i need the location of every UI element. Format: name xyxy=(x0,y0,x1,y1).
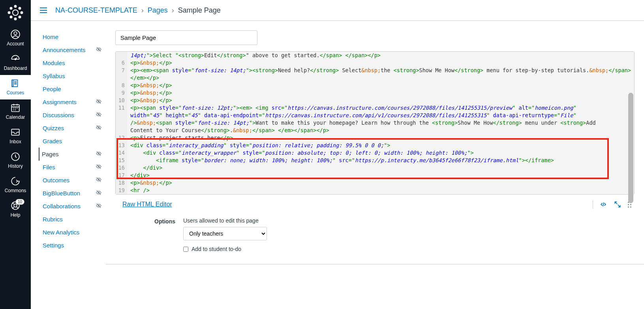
code-text[interactable]: <p>&nbsp;</p> xyxy=(127,97,634,104)
code-line[interactable]: Content to Your Course</strong>.&nbsp;</… xyxy=(116,127,634,134)
svg-point-6 xyxy=(19,7,21,9)
code-line[interactable]: width="45" height="45" data-api-endpoint… xyxy=(116,112,634,119)
history-icon xyxy=(10,152,21,162)
cnav-item-modules[interactable]: Modules xyxy=(40,56,67,69)
line-number: 18 xyxy=(116,179,127,187)
add-todo-checkbox[interactable] xyxy=(183,247,188,252)
topbar: NA-COURSE-TEMPLATE › Pages › Sample Page xyxy=(31,0,644,21)
html-editor[interactable]: 14pt;">Select "<strong>Edit</strong>" ab… xyxy=(115,51,635,195)
code-text[interactable]: <p><span style="font-size: 12pt;"><em> <… xyxy=(127,104,634,112)
line-number: 14 xyxy=(116,149,127,157)
cnav-item-bigbluebutton[interactable]: BigBlueButton xyxy=(40,187,82,200)
line-number: 11 xyxy=(116,104,127,112)
code-view-icon[interactable] xyxy=(599,200,607,208)
line-number: 6 xyxy=(116,59,127,67)
code-text[interactable]: Content to Your Course</strong>.&nbsp;</… xyxy=(127,127,634,134)
code-text[interactable]: <p>&nbsp;</p> xyxy=(127,179,634,187)
code-text[interactable]: />&nbsp;<span style="font-size: 14pt;">W… xyxy=(127,119,634,127)
dashboard-icon xyxy=(10,54,21,64)
code-line[interactable]: />&nbsp;<span style="font-size: 14pt;">W… xyxy=(116,119,634,127)
code-line[interactable]: 7<p><em><span style="font-size: 14pt;"><… xyxy=(116,67,634,82)
cnav-item-quizzes[interactable]: Quizzes xyxy=(40,122,66,135)
nav-label: Courses xyxy=(7,90,24,96)
nav-inbox[interactable]: Inbox xyxy=(0,124,31,148)
nav-label: History xyxy=(8,163,23,169)
cnav-item-discussions[interactable]: Discussions xyxy=(40,109,76,122)
code-text[interactable]: <p>&nbsp;</p> xyxy=(127,59,634,67)
canvas-logo-icon[interactable] xyxy=(8,5,23,21)
code-line[interactable]: 15 <iframe style="border: none; width: 1… xyxy=(116,157,634,164)
cnav-item-outcomes[interactable]: Outcomes xyxy=(40,174,71,187)
cnav-item-people[interactable]: People xyxy=(40,82,63,96)
code-text[interactable]: <div class="interacty_padding" style="po… xyxy=(127,142,634,149)
code-line[interactable]: 12<p>First project starts here</p> xyxy=(116,134,634,142)
cnav-item-new-analytics[interactable]: New Analytics xyxy=(40,226,81,239)
code-line[interactable]: 11<p><span style="font-size: 12pt;"><em>… xyxy=(116,104,634,112)
code-line[interactable]: 14pt;">Select "<strong>Edit</strong>" ab… xyxy=(116,52,634,59)
scrollbar-thumb[interactable] xyxy=(628,93,633,203)
cnav-item-syllabus[interactable]: Syllabus xyxy=(40,69,67,82)
line-number: 17 xyxy=(116,172,127,179)
nav-help[interactable]: 10 Help xyxy=(0,197,31,222)
help-badge: 10 xyxy=(15,199,24,205)
page-title-input[interactable] xyxy=(115,30,257,45)
hamburger-icon[interactable] xyxy=(39,6,48,15)
line-number: 7 xyxy=(116,67,127,82)
nav-history[interactable]: History xyxy=(0,148,31,173)
add-todo-row[interactable]: Add to student to-do xyxy=(183,246,635,252)
code-line[interactable]: 13<div class="interacty_padding" style="… xyxy=(116,142,634,149)
raw-html-editor-link[interactable]: Raw HTML Editor xyxy=(122,201,172,208)
breadcrumb-course[interactable]: NA-COURSE-TEMPLATE xyxy=(55,6,137,15)
cnav-item-collaborations[interactable]: Collaborations xyxy=(40,200,82,213)
hidden-icon xyxy=(96,111,102,118)
code-text[interactable]: </div> xyxy=(127,172,634,179)
nav-courses[interactable]: Courses xyxy=(0,75,31,99)
edit-permissions-select[interactable]: Only teachers xyxy=(183,227,267,240)
cnav-item-rubrics[interactable]: Rubrics xyxy=(40,213,64,226)
nav-label: Inbox xyxy=(9,139,21,144)
code-text[interactable]: width="45" height="45" data-api-endpoint… xyxy=(127,112,634,119)
cnav-item-pages[interactable]: Pages xyxy=(39,148,60,161)
code-text[interactable]: 14pt;">Select "<strong>Edit</strong>" ab… xyxy=(127,52,634,59)
line-number xyxy=(116,52,127,59)
code-text[interactable]: <div class="interacty_wrapper" style="po… xyxy=(127,149,634,157)
nav-calendar[interactable]: Calendar xyxy=(0,99,31,124)
cnav-item-announcements[interactable]: Announcements xyxy=(40,43,87,56)
code-line[interactable]: 8<p>&nbsp;</p> xyxy=(116,82,634,89)
line-number xyxy=(116,112,127,119)
code-text[interactable]: <p>&nbsp;</p> xyxy=(127,82,634,89)
svg-point-4 xyxy=(21,12,23,14)
code-line[interactable]: 9<p>&nbsp;</p> xyxy=(116,89,634,97)
svg-point-10 xyxy=(14,32,17,35)
svg-point-5 xyxy=(10,7,12,9)
code-line[interactable]: 16 </div> xyxy=(116,164,634,172)
code-line[interactable]: 14 <div class="interacty_wrapper" style=… xyxy=(116,149,634,157)
nav-dashboard[interactable]: Dashboard xyxy=(0,51,31,75)
code-text[interactable]: <iframe style="border: none; width: 100%… xyxy=(127,157,634,164)
cnav-item-settings[interactable]: Settings xyxy=(40,239,66,252)
code-text[interactable]: <p>First project starts here</p> xyxy=(127,134,634,142)
code-line[interactable]: 17</div> xyxy=(116,172,634,179)
line-number: 19 xyxy=(116,187,127,194)
content: 14pt;">Select "<strong>Edit</strong>" ab… xyxy=(106,21,644,309)
cnav-item-files[interactable]: Files xyxy=(40,161,57,174)
global-nav: Account Dashboard Courses Calendar Inbox… xyxy=(0,0,31,309)
cnav-item-assignments[interactable]: Assignments xyxy=(40,96,78,109)
chevron-right-icon: › xyxy=(172,6,174,15)
nav-commons[interactable]: Commons xyxy=(0,173,31,197)
fullscreen-icon[interactable] xyxy=(614,200,621,208)
breadcrumb-pages[interactable]: Pages xyxy=(148,6,168,15)
code-text[interactable]: <p><em><span style="font-size: 14pt;"><s… xyxy=(127,67,634,82)
nav-label: Commons xyxy=(5,188,26,193)
code-text[interactable]: <hr /> xyxy=(127,187,634,194)
code-text[interactable]: </div> xyxy=(127,164,634,172)
nav-account[interactable]: Account xyxy=(0,26,31,51)
code-line[interactable]: 6<p>&nbsp;</p> xyxy=(116,59,634,67)
code-line[interactable]: 18<p>&nbsp;</p> xyxy=(116,179,634,187)
code-line[interactable]: 19<hr /> xyxy=(116,187,634,194)
code-text[interactable]: <p>&nbsp;</p> xyxy=(127,89,634,97)
cnav-item-home[interactable]: Home xyxy=(40,30,60,43)
code-line[interactable]: 10<p>&nbsp;</p> xyxy=(116,97,634,104)
add-todo-label: Add to student to-do xyxy=(192,246,241,252)
cnav-item-grades[interactable]: Grades xyxy=(40,135,64,148)
